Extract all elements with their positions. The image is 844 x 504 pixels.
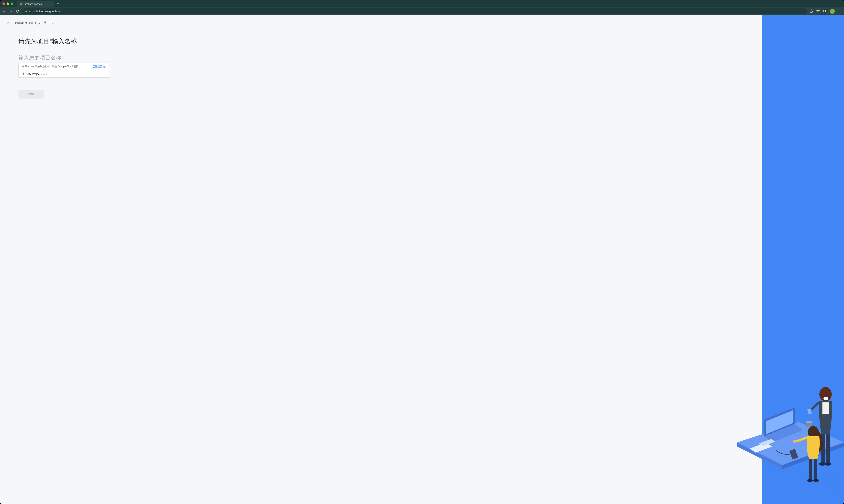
svg-point-32: [813, 479, 819, 482]
window-maximize-button[interactable]: [11, 2, 13, 5]
firebase-favicon-icon: [19, 3, 22, 5]
svg-rect-29: [809, 459, 812, 479]
dropdown-hint-text: 将 Firebase 添加到您的一个现有 Google Cloud 项目: [21, 65, 78, 68]
step-indicator: 创建项目（第 1 步，共 3 步）: [15, 21, 56, 25]
browser-tab[interactable]: Firebase console ×: [17, 1, 54, 7]
google-cloud-icon: [21, 72, 25, 76]
new-tab-button[interactable]: +: [55, 2, 61, 6]
page-content: 创建项目（第 1 步，共 3 步） 请先为项目® 输入名称 输入您的项目名称 将…: [0, 15, 844, 504]
svg-point-38: [842, 479, 842, 480]
svg-point-4: [840, 12, 840, 12]
existing-project-dropdown: 将 Firebase 添加到您的一个现有 Google Cloud 项目 了解详…: [18, 62, 109, 77]
panel-icon[interactable]: [823, 9, 827, 14]
page-header: 创建项目（第 1 步，共 3 步）: [0, 15, 844, 31]
svg-point-35: [840, 477, 840, 478]
project-option-label: My Project 76715: [28, 72, 49, 75]
create-project-form: 请先为项目® 输入名称 输入您的项目名称 将 Firebase 添加到您的一个现…: [0, 31, 127, 105]
svg-rect-30: [814, 459, 817, 479]
svg-rect-1: [825, 10, 826, 12]
heading-text-pre: 请先为项目: [18, 37, 49, 46]
existing-project-option[interactable]: My Project 76715: [19, 70, 109, 77]
continue-button[interactable]: 继续: [18, 90, 44, 98]
external-link-icon: [103, 66, 106, 68]
svg-point-39: [829, 487, 830, 488]
svg-point-31: [807, 479, 813, 482]
heading-sup: ®: [50, 39, 52, 42]
page-title: 请先为项目® 输入名称: [18, 37, 109, 46]
share-icon[interactable]: [809, 9, 813, 14]
bookmark-star-icon[interactable]: [816, 9, 820, 14]
svg-point-28: [793, 440, 797, 443]
heading-text-post: 输入名称: [52, 37, 77, 46]
dropdown-hint-row: 将 Firebase 添加到您的一个现有 Google Cloud 项目 了解详…: [19, 63, 109, 70]
svg-point-19: [824, 397, 826, 400]
tab-dropdown-icon[interactable]: [839, 2, 842, 5]
nav-reload-button[interactable]: [16, 10, 19, 13]
tab-close-icon[interactable]: ×: [50, 2, 51, 6]
url-input[interactable]: console.firebase.google.com: [22, 8, 807, 14]
tab-title: Firebase console: [24, 3, 42, 5]
svg-point-37: [838, 483, 838, 484]
svg-point-33: [831, 475, 832, 476]
window-controls: [2, 2, 13, 5]
learn-more-link[interactable]: 了解详情: [93, 65, 106, 68]
close-icon[interactable]: [6, 21, 10, 25]
svg-rect-24: [826, 434, 830, 463]
svg-point-26: [825, 462, 831, 466]
svg-point-13: [806, 421, 812, 423]
project-name-placeholder[interactable]: 输入您的项目名称: [18, 54, 109, 61]
profile-avatar[interactable]: L: [830, 9, 835, 14]
lock-icon: [25, 10, 28, 13]
learn-more-text: 了解详情: [93, 65, 103, 68]
hero-illustration: [762, 15, 844, 504]
kebab-menu-icon[interactable]: [838, 9, 842, 14]
svg-point-34: [836, 473, 836, 474]
browser-address-bar: console.firebase.google.com L: [0, 7, 844, 15]
window-close-button[interactable]: [2, 2, 5, 5]
nav-forward-button[interactable]: [9, 10, 13, 13]
svg-point-36: [833, 481, 834, 482]
svg-point-2: [840, 10, 840, 10]
url-text: console.firebase.google.com: [29, 10, 63, 13]
svg-point-20: [826, 397, 828, 400]
svg-point-25: [819, 462, 826, 466]
avatar-initial: L: [832, 10, 833, 13]
window-minimize-button[interactable]: [6, 2, 9, 5]
nav-back-button[interactable]: [2, 10, 6, 13]
svg-point-41: [840, 491, 840, 492]
svg-point-3: [840, 11, 840, 11]
browser-tab-bar: Firebase console × +: [0, 0, 844, 7]
svg-point-40: [836, 489, 836, 490]
